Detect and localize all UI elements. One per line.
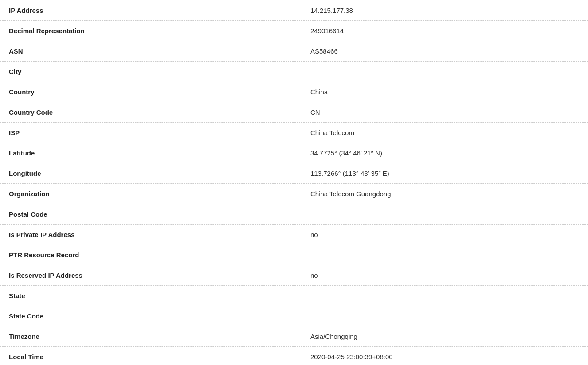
- label-ip-address: IP Address: [9, 7, 310, 14]
- value-organization: China Telecom Guangdong: [310, 190, 579, 198]
- value-isp: China Telecom: [310, 129, 579, 136]
- value-local-time: 2020-04-25 23:00:39+08:00: [310, 353, 579, 361]
- label-country-code: Country Code: [9, 109, 310, 116]
- value-latitude: 34.7725° (34° 46′ 21″ N): [310, 149, 579, 157]
- row-organization: OrganizationChina Telecom Guangdong: [0, 184, 588, 204]
- ip-info-table: IP Address14.215.177.38Decimal Represent…: [0, 0, 588, 365]
- label-ptr-resource-record: PTR Resource Record: [9, 251, 310, 259]
- row-longitude: Longitude113.7266° (113° 43′ 35″ E): [0, 163, 588, 184]
- label-isp: ISP: [9, 129, 310, 136]
- label-is-reserved-ip: Is Reserved IP Address: [9, 272, 310, 279]
- row-ptr-resource-record: PTR Resource Record: [0, 245, 588, 265]
- label-state-code: State Code: [9, 312, 310, 320]
- label-latitude: Latitude: [9, 149, 310, 157]
- label-local-time: Local Time: [9, 353, 310, 361]
- row-asn: ASNAS58466: [0, 41, 588, 62]
- label-is-private-ip: Is Private IP Address: [9, 231, 310, 238]
- value-is-private-ip: no: [310, 231, 579, 238]
- value-country: China: [310, 88, 579, 96]
- row-timezone: TimezoneAsia/Chongqing: [0, 326, 588, 347]
- value-asn: AS58466: [310, 47, 579, 55]
- value-timezone: Asia/Chongqing: [310, 333, 579, 340]
- label-decimal-representation: Decimal Representation: [9, 27, 310, 35]
- row-ip-address: IP Address14.215.177.38: [0, 0, 588, 21]
- value-longitude: 113.7266° (113° 43′ 35″ E): [310, 170, 579, 177]
- row-country-code: Country CodeCN: [0, 102, 588, 123]
- label-postal-code: Postal Code: [9, 210, 310, 218]
- label-city: City: [9, 68, 310, 75]
- label-asn: ASN: [9, 47, 310, 55]
- row-local-time: Local Time2020-04-25 23:00:39+08:00: [0, 347, 588, 365]
- row-country: CountryChina: [0, 82, 588, 102]
- label-organization: Organization: [9, 190, 310, 198]
- row-latitude: Latitude34.7725° (34° 46′ 21″ N): [0, 143, 588, 163]
- label-state: State: [9, 292, 310, 299]
- row-is-private-ip: Is Private IP Addressno: [0, 225, 588, 245]
- row-state: State: [0, 286, 588, 306]
- value-decimal-representation: 249016614: [310, 27, 579, 35]
- row-isp: ISPChina Telecom: [0, 123, 588, 143]
- value-country-code: CN: [310, 109, 579, 116]
- row-postal-code: Postal Code: [0, 204, 588, 225]
- row-is-reserved-ip: Is Reserved IP Addressno: [0, 265, 588, 286]
- value-ip-address: 14.215.177.38: [310, 7, 579, 14]
- label-timezone: Timezone: [9, 333, 310, 340]
- row-state-code: State Code: [0, 306, 588, 326]
- row-city: City: [0, 62, 588, 82]
- label-longitude: Longitude: [9, 170, 310, 177]
- row-decimal-representation: Decimal Representation249016614: [0, 21, 588, 41]
- value-is-reserved-ip: no: [310, 272, 579, 279]
- label-country: Country: [9, 88, 310, 96]
